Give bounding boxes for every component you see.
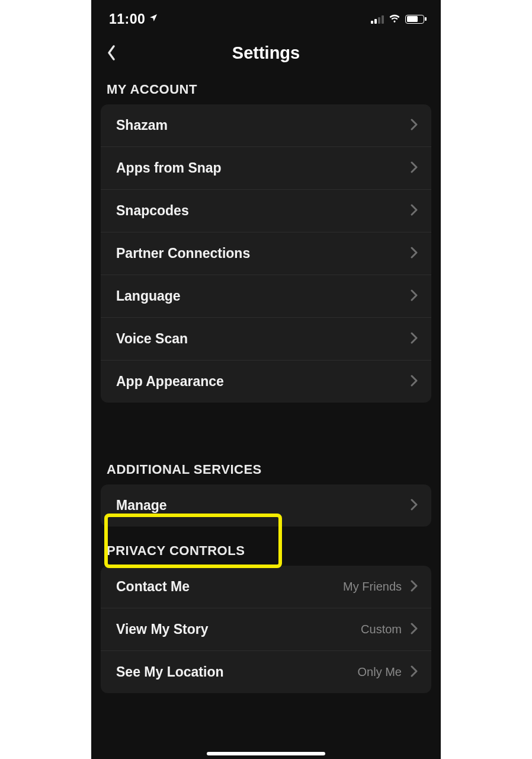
chevron-right-icon: [410, 332, 418, 346]
row-right: My Friends: [343, 580, 418, 594]
chevron-right-icon: [410, 204, 418, 218]
chevron-right-icon: [410, 161, 418, 176]
row-right: Custom: [361, 623, 418, 637]
phone-frame: 11:00 Settings MY ACCOUNT Shazam: [91, 0, 441, 759]
battery-fill: [407, 16, 418, 22]
page-title: Settings: [232, 43, 300, 63]
status-right: [371, 11, 424, 27]
back-button[interactable]: [102, 43, 121, 62]
chevron-right-icon: [410, 623, 418, 637]
row-voice-scan[interactable]: Voice Scan: [101, 318, 431, 361]
row-see-my-location[interactable]: See My Location Only Me: [101, 651, 431, 693]
row-shazam[interactable]: Shazam: [101, 104, 431, 147]
row-label: Language: [116, 288, 181, 304]
chevron-right-icon: [410, 665, 418, 680]
chevron-right-icon: [410, 247, 418, 261]
row-snapcodes[interactable]: Snapcodes: [101, 190, 431, 232]
page-header: Settings: [91, 32, 441, 74]
row-label: Manage: [116, 498, 167, 514]
row-apps-from-snap[interactable]: Apps from Snap: [101, 147, 431, 190]
chevron-right-icon: [410, 499, 418, 513]
chevron-right-icon: [410, 289, 418, 304]
row-right: Only Me: [358, 665, 418, 680]
row-label: Apps from Snap: [116, 160, 222, 176]
row-value: Custom: [361, 623, 402, 636]
row-value: My Friends: [343, 580, 402, 594]
chevron-right-icon: [410, 375, 418, 389]
row-label: Partner Connections: [116, 245, 250, 261]
row-view-my-story[interactable]: View My Story Custom: [101, 608, 431, 651]
row-label: Snapcodes: [116, 203, 189, 219]
row-label: App Appearance: [116, 374, 224, 390]
chevron-right-icon: [410, 580, 418, 594]
row-label: Shazam: [116, 117, 168, 133]
battery-icon: [405, 15, 424, 24]
row-partner-connections[interactable]: Partner Connections: [101, 232, 431, 275]
row-value: Only Me: [358, 665, 402, 679]
status-time: 11:00: [109, 11, 145, 27]
group-privacy-controls: Contact Me My Friends View My Story Cust…: [101, 566, 431, 693]
row-contact-me[interactable]: Contact Me My Friends: [101, 566, 431, 608]
group-my-account: Shazam Apps from Snap Snapcodes Partner …: [101, 104, 431, 403]
cellular-signal-icon: [371, 14, 384, 24]
status-bar: 11:00: [91, 0, 441, 32]
row-label: Voice Scan: [116, 331, 188, 347]
row-label: See My Location: [116, 664, 223, 680]
row-app-appearance[interactable]: App Appearance: [101, 361, 431, 403]
home-indicator[interactable]: [207, 752, 325, 755]
section-header-my-account: MY ACCOUNT: [91, 74, 441, 104]
section-header-privacy-controls: PRIVACY CONTROLS: [91, 527, 441, 566]
row-language[interactable]: Language: [101, 275, 431, 318]
row-manage[interactable]: Manage: [101, 484, 431, 527]
chevron-right-icon: [410, 119, 418, 133]
wifi-icon: [388, 11, 401, 27]
status-left: 11:00: [109, 11, 158, 27]
group-additional-services: Manage: [101, 484, 431, 527]
row-label: Contact Me: [116, 579, 190, 595]
section-header-additional-services: ADDITIONAL SERVICES: [91, 445, 441, 484]
spacer: [91, 403, 441, 445]
location-arrow-icon: [149, 13, 158, 25]
row-label: View My Story: [116, 621, 209, 637]
